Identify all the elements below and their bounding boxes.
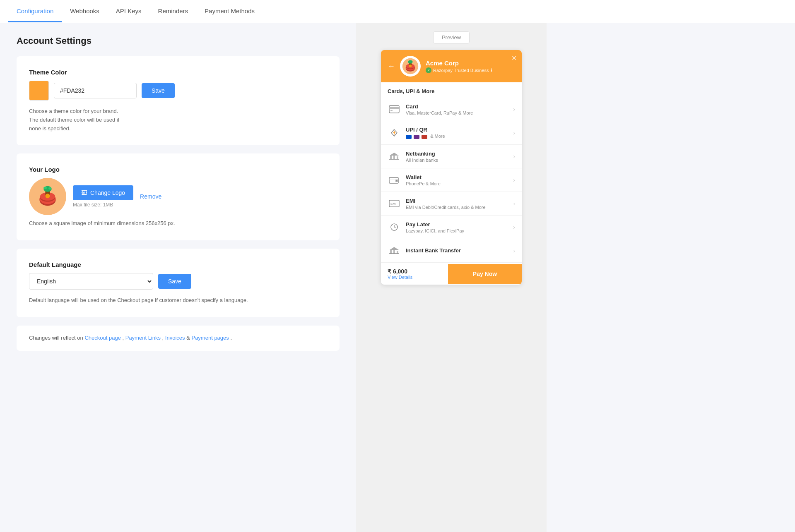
logo-actions: 🖼 Change Logo Max file size: 1MB (73, 185, 133, 208)
svg-rect-24 (390, 156, 392, 159)
arrow-icon-upi: › (513, 129, 515, 136)
svg-point-8 (48, 187, 51, 190)
tab-configuration[interactable]: Configuration (8, 1, 62, 22)
paylater-icon (388, 220, 401, 234)
wallet-icon (388, 173, 401, 187)
tab-reminders[interactable]: Reminders (150, 1, 197, 22)
card-icon (388, 103, 401, 116)
emi-icon: EMI (388, 197, 401, 210)
payment-info-bank-transfer: Instant Bank Transfer (406, 247, 508, 254)
svg-marker-28 (390, 153, 399, 156)
payment-section-title: Cards, UPI & More (381, 82, 522, 98)
checkout-footer: ₹ 6,000 View Details Pay Now (381, 263, 522, 285)
payment-item-upi[interactable]: UPI / QR & More › (381, 121, 522, 145)
top-nav: Configuration Webhooks API Keys Reminder… (0, 0, 795, 23)
logo-label: Your Logo (29, 166, 327, 173)
theme-color-row: Save (29, 81, 327, 101)
checkout-page-link[interactable]: Checkout page (84, 335, 120, 341)
change-logo-button[interactable]: 🖼 Change Logo (73, 185, 133, 200)
image-icon: 🖼 (81, 189, 87, 196)
invoices-link[interactable]: Invoices (165, 335, 185, 341)
color-input[interactable] (54, 83, 137, 98)
payment-links-link[interactable]: Payment Links (125, 335, 161, 341)
trusted-badge-row: ✓ Razorpay Trusted Business ℹ (426, 67, 515, 73)
tab-payment-methods[interactable]: Payment Methods (196, 1, 263, 22)
main-layout: Account Settings Theme Color Save Choose… (0, 23, 795, 532)
payment-sub-card: Visa, MasterCard, RuPay & More (406, 110, 508, 115)
business-name: Acme Corp (426, 60, 515, 67)
checkout-body: Cards, UPI & More Card Visa, MasterCard,… (381, 82, 522, 263)
payment-sub-paylater: Lazypay, ICICI, and FlexiPay (406, 228, 508, 233)
payment-pages-link[interactable]: Payment pages (191, 335, 229, 341)
language-card: Default Language English Hindi Tamil Tel… (17, 249, 340, 317)
language-label: Default Language (29, 261, 327, 268)
svg-point-16 (408, 60, 412, 64)
svg-rect-36 (390, 250, 392, 254)
footer-note: Changes will reflect on Checkout page , … (17, 326, 340, 351)
payment-item-wallet[interactable]: Wallet PhonePe & More › (381, 168, 522, 192)
payment-name-upi: UPI / QR (406, 127, 508, 133)
payment-name-paylater: Pay Later (406, 221, 508, 228)
payment-info-upi: UPI / QR & More (406, 127, 508, 139)
logo-row: 🖼 Change Logo Max file size: 1MB Remove (29, 178, 327, 215)
language-save-button[interactable]: Save (158, 274, 191, 289)
svg-rect-20 (390, 110, 393, 111)
close-icon[interactable]: ✕ (511, 54, 517, 62)
left-content: Account Settings Theme Color Save Choose… (0, 23, 356, 532)
checkout-amount-section: ₹ 6,000 View Details (381, 263, 448, 285)
payment-name-card: Card (406, 103, 508, 110)
logo-card: Your Logo (17, 153, 340, 240)
payment-info-card: Card Visa, MasterCard, RuPay & More (406, 103, 508, 115)
language-select[interactable]: English Hindi Tamil Telugu Kannada Malay… (29, 273, 153, 290)
theme-color-save-button[interactable]: Save (142, 83, 175, 98)
payment-item-card[interactable]: Card Visa, MasterCard, RuPay & More › (381, 98, 522, 121)
payment-name-bank-transfer: Instant Bank Transfer (406, 247, 508, 254)
theme-color-card: Theme Color Save Choose a theme color fo… (17, 56, 340, 145)
svg-point-9 (45, 194, 50, 198)
payment-item-emi[interactable]: EMI EMI EMI via Debit/Credit cards, axio… (381, 192, 522, 216)
trusted-icon: ✓ (426, 67, 431, 73)
payment-name-wallet: Wallet (406, 174, 508, 180)
view-details-link[interactable]: View Details (388, 275, 441, 280)
preview-label: Preview (433, 31, 470, 43)
info-icon: ℹ (491, 68, 492, 72)
language-row: English Hindi Tamil Telugu Kannada Malay… (29, 273, 327, 290)
netbanking-icon (388, 150, 401, 163)
svg-rect-18 (389, 105, 399, 113)
footer-text: Changes will reflect on (29, 335, 84, 341)
payment-sub-emi: EMI via Debit/Credit cards, axio & More (406, 205, 508, 210)
arrow-icon-wallet: › (513, 177, 515, 183)
payment-sub-upi: & More (406, 134, 508, 139)
pay-now-button[interactable]: Pay Now (448, 264, 522, 284)
svg-point-7 (43, 187, 47, 189)
arrow-icon: › (513, 106, 515, 113)
logo-preview (29, 178, 66, 215)
back-icon[interactable]: ← (388, 62, 395, 71)
svg-point-31 (396, 180, 398, 182)
payment-item-bank-transfer[interactable]: Instant Bank Transfer › (381, 239, 522, 263)
svg-rect-38 (397, 251, 398, 254)
payment-sub-wallet: PhonePe & More (406, 181, 508, 186)
amount-value: ₹ 6,000 (388, 268, 441, 275)
checkout-business-info: Acme Corp ✓ Razorpay Trusted Business ℹ (426, 60, 515, 73)
svg-marker-40 (390, 247, 399, 250)
color-swatch[interactable] (29, 81, 49, 101)
right-panel: Preview ← (356, 23, 547, 532)
logo-helper: Choose a square image of minimum dimensi… (29, 219, 327, 228)
svg-rect-19 (389, 107, 399, 109)
theme-color-helper: Choose a theme color for your brand.The … (29, 107, 327, 133)
checkout-card: ← Acme Corp ✓ (381, 50, 522, 285)
tab-api-keys[interactable]: API Keys (108, 1, 150, 22)
checkout-logo (400, 56, 421, 77)
payment-item-paylater[interactable]: Pay Later Lazypay, ICICI, and FlexiPay › (381, 216, 522, 239)
payment-info-paylater: Pay Later Lazypay, ICICI, and FlexiPay (406, 221, 508, 233)
payment-info-emi: EMI EMI via Debit/Credit cards, axio & M… (406, 198, 508, 210)
payment-item-netbanking[interactable]: Netbanking All Indian banks › (381, 145, 522, 168)
remove-logo-button[interactable]: Remove (140, 193, 161, 200)
arrow-icon-bank: › (513, 247, 515, 254)
payment-info-netbanking: Netbanking All Indian banks (406, 151, 508, 163)
tab-webhooks[interactable]: Webhooks (62, 1, 108, 22)
payment-sub-netbanking: All Indian banks (406, 158, 508, 163)
theme-color-label: Theme Color (29, 69, 327, 76)
arrow-icon-netbanking: › (513, 153, 515, 160)
